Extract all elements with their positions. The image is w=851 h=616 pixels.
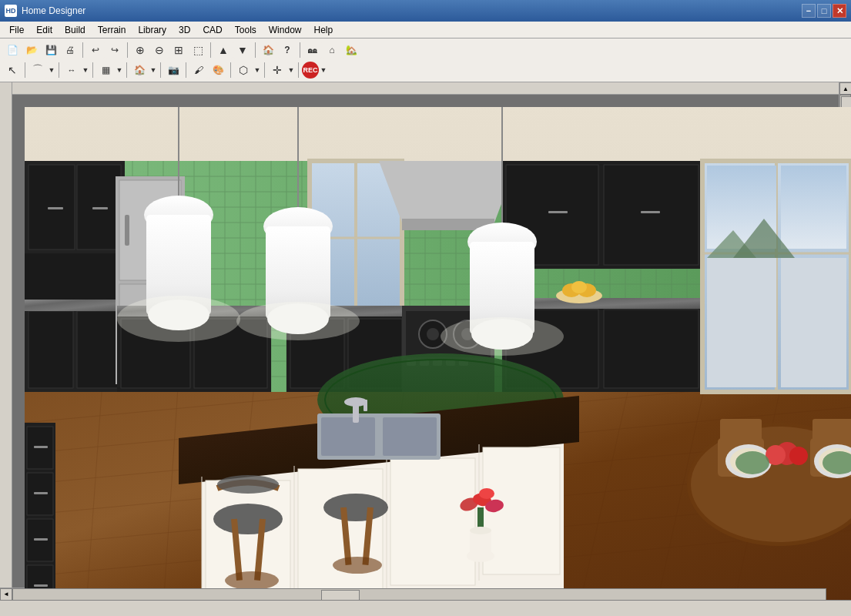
kitchen-scene [25,107,851,600]
exterior-button[interactable]: 🏡 [342,42,360,59]
save-button[interactable]: 💾 [42,42,60,59]
menu-cad[interactable]: CAD [196,22,228,38]
dimension-dropdown[interactable]: ▼ [82,62,89,79]
menu-tools[interactable]: Tools [229,22,263,38]
sep10 [160,62,161,78]
sep1 [82,42,83,58]
menu-build[interactable]: Build [59,22,92,38]
polyline-dropdown[interactable]: ▼ [48,62,55,79]
svg-point-204 [789,447,808,465]
kitchen-render-area[interactable] [25,107,851,600]
svg-rect-136 [781,258,846,387]
menu-help[interactable]: Help [307,22,339,38]
polyline-button[interactable]: ⌒ [28,62,47,79]
scrollbar-bottom-container: ◄ ► [0,588,851,600]
camera2-button[interactable]: 📷 [164,62,183,79]
sep7 [59,62,59,78]
symbol-button[interactable]: ⬡ [234,62,253,79]
sep4 [255,42,256,58]
svg-point-169 [217,475,279,494]
scroll-track-bottom [12,588,826,601]
menu-3d[interactable]: 3D [173,22,196,38]
help-button[interactable]: ? [278,42,297,59]
undo-button[interactable]: ↩ [86,42,105,59]
sep3 [210,42,211,58]
svg-rect-134 [781,166,846,249]
svg-rect-123 [604,310,699,388]
svg-rect-214 [34,538,48,541]
sep8 [92,62,93,78]
zoom-in-button[interactable]: ⊕ [131,42,149,59]
redo-button[interactable]: ↪ [106,42,124,59]
select-button[interactable]: ↖ [3,62,22,79]
house-button[interactable]: ⌂ [323,42,341,59]
nav-down-button[interactable]: ▼ [233,42,252,59]
app-icon: HD [5,5,17,17]
zoom-out-button[interactable]: ⊖ [150,42,169,59]
svg-rect-79 [28,311,73,388]
svg-rect-85 [125,215,129,246]
render-button[interactable]: 🏘 [303,42,322,59]
transform-button[interactable]: ✛ [268,62,286,79]
floor-dropdown[interactable]: ▼ [116,62,123,79]
svg-point-170 [323,494,388,521]
print-button[interactable]: 🖨 [61,42,79,59]
scroll-left-arrow[interactable]: ◄ [0,588,12,601]
svg-point-109 [427,328,439,340]
menu-window[interactable]: Window [263,22,308,38]
paint-button[interactable]: 🖌 [189,62,208,79]
canvas-container [12,82,839,588]
record-button[interactable]: REC [302,62,319,79]
svg-rect-118 [604,165,699,265]
floor-button[interactable]: ▦ [96,62,115,79]
minimize-button[interactable]: − [802,4,816,18]
svg-point-205 [735,451,769,474]
menubar: File Edit Build Terrain Library 3D CAD T… [0,22,851,38]
toolbars: 📄 📂 💾 🖨 ↩ ↪ ⊕ ⊖ ⊞ ⬚ ▲ ▼ 🏠 ? 🏘 ⌂ 🏡 ↖ ⌒ ▼ … [0,38,851,82]
symbol-dropdown[interactable]: ▼ [253,62,261,79]
sep13 [264,62,265,78]
window-controls: − □ ✕ [802,4,846,18]
svg-point-128 [571,281,587,293]
menu-terrain[interactable]: Terrain [92,22,132,38]
camera-button[interactable]: 🏠 [259,42,277,59]
svg-rect-77 [92,207,108,209]
scroll-up-arrow[interactable]: ▲ [839,82,851,95]
window-title: Home Designer [22,5,802,16]
nav-up-button[interactable]: ▲ [214,42,233,59]
svg-rect-153 [383,417,437,456]
zoom-fit-button[interactable]: ⊞ [169,42,188,59]
menu-library[interactable]: Library [132,22,173,38]
dimension-button[interactable]: ↔ [62,62,81,79]
sep12 [230,62,231,78]
svg-marker-103 [379,161,518,223]
sep14 [298,62,299,78]
pattern-button[interactable]: 🎨 [209,62,227,79]
svg-rect-80 [77,311,121,388]
close-button[interactable]: ✕ [833,4,846,18]
menu-file[interactable]: File [3,22,30,38]
scroll-thumb-bottom[interactable] [321,590,360,601]
svg-point-173 [333,557,382,574]
svg-rect-213 [34,492,48,494]
wall-type-button[interactable]: 🏠 [130,62,149,79]
svg-rect-152 [321,417,375,456]
maximize-button[interactable]: □ [817,4,831,18]
menu-edit[interactable]: Edit [30,22,59,38]
main-area: ▲ ▼ [0,82,851,588]
sep2 [127,42,128,58]
svg-rect-195 [720,419,762,442]
svg-rect-199 [812,419,851,442]
svg-point-179 [117,296,240,342]
svg-rect-156 [364,400,367,411]
wall-dropdown[interactable]: ▼ [149,62,157,79]
new-button[interactable]: 📄 [3,42,22,59]
transform-dropdown[interactable]: ▼ [287,62,295,79]
sep9 [126,62,127,78]
svg-rect-149 [390,458,475,585]
open-button[interactable]: 📂 [22,42,41,59]
zoom-window-button[interactable]: ⬚ [189,42,207,59]
record-dropdown[interactable]: ▼ [320,62,327,79]
svg-point-165 [213,504,283,534]
titlebar: HD Home Designer − □ ✕ [0,0,851,22]
